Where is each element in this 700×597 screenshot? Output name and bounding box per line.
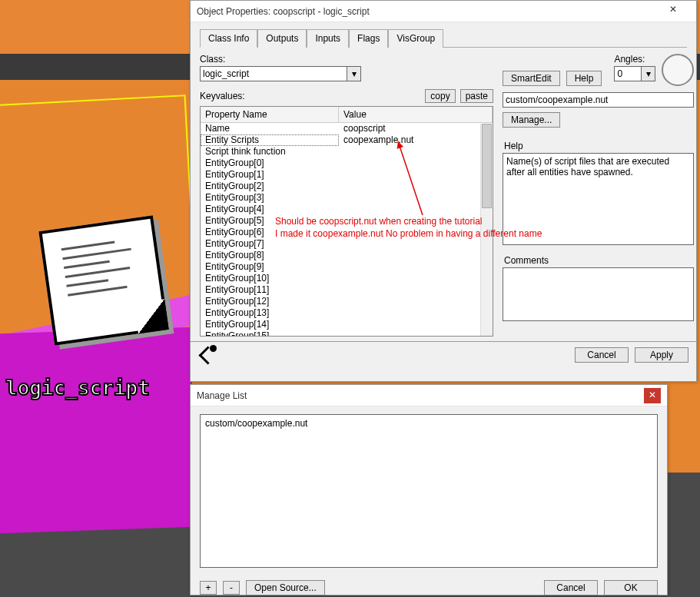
cell-name: EntityGroup[0] [201, 158, 339, 169]
eyedropper-icon[interactable] [198, 347, 215, 363]
scrollbar[interactable] [480, 124, 493, 336]
tab-inputs[interactable]: Inputs [307, 29, 349, 48]
cell-value [339, 284, 493, 296]
table-row[interactable]: EntityGroup[5] [201, 215, 493, 227]
cell-name: EntityGroup[1] [201, 169, 339, 181]
cancel-button[interactable]: Cancel [544, 580, 598, 595]
keyvalues-table[interactable]: Property Name Value NamecoopscriptEntity… [200, 106, 493, 337]
tab-visgroup[interactable]: VisGroup [388, 29, 443, 48]
cell-name: EntityGroup[11] [201, 284, 339, 296]
cell-name: EntityGroup[4] [201, 204, 339, 215]
manage-button[interactable]: Manage... [503, 112, 560, 128]
cell-name: EntityGroup[2] [201, 181, 339, 192]
copy-button[interactable]: copy [425, 89, 455, 103]
table-row[interactable]: Entity Scriptscoopexample.nut [201, 134, 493, 146]
chevron-down-icon[interactable]: ▾ [347, 66, 361, 81]
titlebar[interactable]: Object Properties: coopscript - logic_sc… [191, 1, 696, 22]
help-button[interactable]: Help [566, 71, 602, 86]
tab-class-info[interactable]: Class Info [200, 29, 257, 48]
cell-value [339, 330, 493, 337]
table-row[interactable]: EntityGroup[4] [201, 204, 493, 215]
cell-name: EntityGroup[6] [201, 227, 339, 238]
table-row[interactable]: EntityGroup[13] [201, 307, 493, 319]
add-button[interactable]: + [200, 581, 217, 595]
cell-value [339, 146, 493, 158]
manage-list-dialog: Manage List ✕ custom/coopexample.nut + -… [190, 384, 668, 595]
cell-value [339, 238, 493, 250]
remove-button[interactable]: - [223, 581, 240, 595]
table-row[interactable]: EntityGroup[8] [201, 250, 493, 261]
cell-value [339, 169, 493, 181]
table-row[interactable]: EntityGroup[3] [201, 192, 493, 204]
col-header-name[interactable]: Property Name [201, 107, 339, 122]
chevron-down-icon[interactable]: ▾ [642, 66, 655, 81]
class-input[interactable] [200, 66, 347, 81]
cancel-button[interactable]: Cancel [575, 347, 629, 363]
comments-label: Comments [503, 253, 694, 267]
tab-outputs[interactable]: Outputs [257, 29, 307, 48]
help-text: Name(s) of script files that are execute… [503, 153, 694, 245]
help-section-label: Help [503, 138, 694, 153]
table-row[interactable]: EntityGroup[11] [201, 284, 493, 296]
cell-name: EntityGroup[12] [201, 296, 339, 307]
table-row[interactable]: EntityGroup[6] [201, 227, 493, 238]
class-combo[interactable]: ▾ [200, 66, 361, 81]
open-source-button[interactable]: Open Source... [246, 580, 325, 595]
cell-value [339, 181, 493, 192]
titlebar[interactable]: Manage List ✕ [191, 385, 667, 406]
class-label: Class: [200, 54, 361, 65]
tab-flags[interactable]: Flags [349, 29, 388, 48]
col-header-value[interactable]: Value [339, 107, 493, 122]
table-row[interactable]: EntityGroup[2] [201, 181, 493, 192]
cell-name: EntityGroup[14] [201, 319, 339, 330]
cell-name: EntityGroup[7] [201, 238, 339, 250]
angles-combo[interactable]: ▾ [614, 66, 655, 81]
cell-value [339, 296, 493, 307]
entity-label: logic_script [5, 376, 150, 400]
cell-value [339, 192, 493, 204]
table-row[interactable]: Namecoopscript [201, 123, 493, 134]
cell-value [339, 215, 493, 227]
comments-textarea[interactable] [503, 267, 694, 321]
table-row[interactable]: EntityGroup[12] [201, 296, 493, 307]
paste-button[interactable]: paste [460, 89, 493, 103]
table-row[interactable]: EntityGroup[1] [201, 169, 493, 181]
cell-name: Script think function [201, 146, 339, 158]
ok-button[interactable]: OK [604, 580, 658, 595]
close-icon[interactable]: ✕ [656, 4, 690, 19]
table-row[interactable]: EntityGroup[9] [201, 261, 493, 273]
close-icon[interactable]: ✕ [644, 388, 661, 403]
angle-dial[interactable] [662, 54, 694, 86]
keyvalues-label: Keyvalues: [200, 91, 245, 101]
cell-value [339, 319, 493, 330]
tab-strip: Class Info Outputs Inputs Flags VisGroup [191, 22, 696, 47]
apply-button[interactable]: Apply [635, 347, 688, 363]
table-row[interactable]: EntityGroup[15] [201, 330, 493, 337]
entity-sprite [23, 215, 177, 353]
script-list[interactable]: custom/coopexample.nut [200, 414, 658, 568]
table-row[interactable]: EntityGroup[10] [201, 273, 493, 284]
table-row[interactable]: EntityGroup[7] [201, 238, 493, 250]
table-row[interactable]: Script think function [201, 146, 493, 158]
cell-value: coopscript [339, 123, 493, 134]
cell-name: EntityGroup[8] [201, 250, 339, 261]
cell-name: EntityGroup[15] [201, 330, 339, 337]
table-row[interactable]: EntityGroup[0] [201, 158, 493, 169]
cell-name: EntityGroup[13] [201, 307, 339, 319]
cell-value [339, 273, 493, 284]
object-properties-dialog: Object Properties: coopscript - logic_sc… [190, 0, 697, 382]
value-input[interactable] [503, 92, 694, 108]
dialog-footer: Cancel Apply [191, 341, 696, 367]
cell-name: EntityGroup[3] [201, 192, 339, 204]
brush-side [0, 327, 192, 534]
cell-value [339, 204, 493, 215]
table-row[interactable]: EntityGroup[14] [201, 319, 493, 330]
cell-value [339, 250, 493, 261]
scrollbar-thumb[interactable] [482, 124, 492, 208]
cell-name: EntityGroup[5] [201, 215, 339, 227]
smartedit-button[interactable]: SmartEdit [503, 71, 560, 86]
dialog-title: Manage List [197, 390, 247, 401]
list-item[interactable]: custom/coopexample.nut [205, 418, 652, 429]
cell-value [339, 227, 493, 238]
angles-input[interactable] [614, 66, 642, 81]
